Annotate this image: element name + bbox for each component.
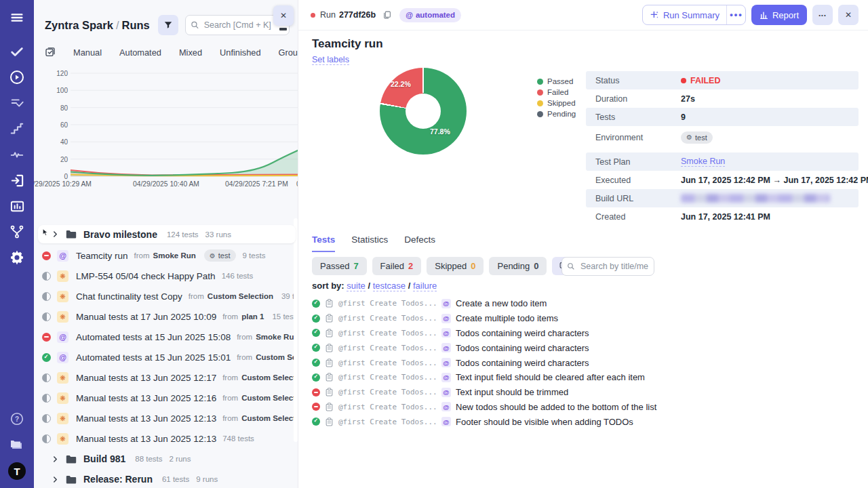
runs-filter-tabs: Manual Automated Mixed Unfinished Groups <box>34 41 298 64</box>
set-labels-link[interactable]: Set labels <box>312 55 349 65</box>
test-suite: @first Create Todos... <box>338 344 441 352</box>
test-row[interactable]: @first Create Todos... Create multiple t… <box>312 311 656 326</box>
test-plan-link[interactable]: Smoke Run <box>681 157 725 167</box>
filter-skipped-chip[interactable]: Skipped0 <box>427 257 484 275</box>
run-from-label: from <box>189 292 204 300</box>
automated-badge[interactable]: @automated <box>399 8 461 22</box>
tasks-check-icon[interactable] <box>9 43 25 60</box>
more-actions-button[interactable] <box>812 5 833 25</box>
filter-pending-chip[interactable]: Pending0 <box>489 257 547 275</box>
failed-status-icon <box>42 251 51 260</box>
reports-bar-chart-icon[interactable] <box>9 198 25 214</box>
run-row[interactable]: Teamcity run from Smoke Run test 9 tests <box>34 245 298 266</box>
run-row[interactable]: Manual tests at 17 Jun 2025 10:09 from p… <box>34 306 298 327</box>
branches-icon[interactable] <box>9 224 25 240</box>
tab-defects[interactable]: Defects <box>404 235 435 252</box>
run-row[interactable]: Automated tests at 15 Jun 2025 15:08 fro… <box>34 327 298 347</box>
run-summary-more-button[interactable]: ●●● <box>726 5 745 24</box>
legend-item-passed[interactable]: Passed <box>537 76 576 87</box>
report-button[interactable]: Report <box>751 5 807 25</box>
run-row[interactable]: LMP-554 05/04 check Happy Path 146 tests <box>34 266 298 286</box>
scrollbar-track[interactable] <box>294 218 298 442</box>
tab-manual[interactable]: Manual <box>73 47 102 58</box>
test-row[interactable]: @first Create Todos... Footer should be … <box>312 414 656 429</box>
projects-folders-icon[interactable] <box>9 436 25 453</box>
automated-run-icon <box>57 331 68 343</box>
tab-groups[interactable]: Groups <box>279 47 299 58</box>
logo-t[interactable]: T <box>8 462 26 480</box>
info-row-test-plan: Test Plan Smoke Run <box>586 152 859 171</box>
clipboard-icon <box>326 299 333 308</box>
clipboard-icon <box>326 373 333 382</box>
test-row[interactable]: @first Create Todos... Text input should… <box>312 385 656 400</box>
run-row[interactable]: Chat functinality test Copy from Custom … <box>34 286 298 306</box>
test-suite: @first Create Todos... <box>338 373 441 382</box>
info-row-duration: Duration 27s <box>586 89 859 108</box>
close-run-button[interactable] <box>838 5 859 25</box>
milestones-steps-icon[interactable] <box>9 121 25 137</box>
test-row[interactable]: @first Create Todos... Create a new todo… <box>312 296 656 311</box>
tab-tests[interactable]: Tests <box>312 235 335 252</box>
passed-status-icon <box>312 300 320 308</box>
legend-item-skipped[interactable]: Skipped <box>537 98 576 108</box>
menu-icon[interactable] <box>9 9 25 26</box>
group-row-release-rerun[interactable]: Release: Rerun 61 tests 9 runs <box>34 469 298 488</box>
test-plans-icon[interactable] <box>9 95 25 111</box>
analytics-pulse-icon[interactable] <box>9 146 25 163</box>
run-source: Custom Selection <box>208 292 273 300</box>
status-badge: FAILED <box>681 76 720 85</box>
run-row[interactable]: Manual tests at 13 Jun 2025 12:13 from C… <box>34 408 298 428</box>
runs-play-icon[interactable] <box>9 69 25 85</box>
legend-item-pending[interactable]: Pending <box>537 108 576 119</box>
passed-status-icon <box>312 329 320 337</box>
failed-status-icon <box>312 403 320 411</box>
funnel-icon <box>163 20 173 30</box>
tab-statistics[interactable]: Statistics <box>351 235 388 252</box>
settings-gear-icon[interactable] <box>9 249 25 266</box>
select-all-icon[interactable] <box>45 47 56 58</box>
group-runs-count: 33 runs <box>205 230 231 239</box>
run-row[interactable]: Manual tests at 13 Jun 2025 12:16 from C… <box>34 388 298 408</box>
legend-item-failed[interactable]: Failed <box>537 87 576 98</box>
import-signin-icon[interactable] <box>9 172 25 188</box>
test-row[interactable]: @first Create Todos... Todos containing … <box>312 326 656 341</box>
tab-automated[interactable]: Automated <box>119 47 161 58</box>
panel-close-button[interactable] <box>273 5 294 26</box>
tab-unfinished[interactable]: Unfinished <box>220 47 260 58</box>
automated-icon: @ <box>406 11 413 19</box>
chevron-right-icon[interactable] <box>52 455 59 463</box>
manual-run-icon <box>57 372 68 384</box>
filter-failed-chip[interactable]: Failed2 <box>372 257 422 275</box>
run-row[interactable]: Manual tests at 13 Jun 2025 12:13 748 te… <box>34 428 298 449</box>
run-source: Smoke Run <box>256 333 298 341</box>
automated-icon <box>441 299 451 308</box>
filter-button[interactable] <box>158 15 178 35</box>
group-row-bravo-milestone[interactable]: Bravo milestone 124 tests 33 runs <box>38 225 296 243</box>
run-summary-button[interactable]: Run Summary <box>643 5 726 24</box>
run-row[interactable]: Manual tests at 13 Jun 2025 12:17 from C… <box>34 367 298 388</box>
test-row[interactable]: @first Create Todos... Text input field … <box>312 370 656 385</box>
chevron-right-icon[interactable] <box>52 230 59 238</box>
group-row-build-981[interactable]: Build 981 88 tests 2 runs <box>34 449 298 469</box>
y-tick: 40 <box>39 138 68 146</box>
x-tick: 04/29/2025 7:21 PM <box>225 180 288 188</box>
test-row[interactable]: @first Create Todos... Todos containing … <box>312 355 656 370</box>
clipboard-icon <box>326 418 333 426</box>
x-axis-labels: 04/29/2025 10:29 AM 04/29/2025 10:40 AM … <box>39 180 298 190</box>
info-row-tests: Tests 9 <box>586 108 859 126</box>
filter-passed-chip[interactable]: Passed7 <box>312 257 367 275</box>
donut-legend: Passed Failed Skipped Pending <box>537 76 576 119</box>
run-row[interactable]: Automated tests at 15 Jun 2025 15:01 fro… <box>34 347 298 367</box>
sort-suite-link[interactable]: suite <box>347 281 365 291</box>
tab-mixed[interactable]: Mixed <box>179 47 202 58</box>
chevron-right-icon[interactable] <box>52 476 59 483</box>
test-row[interactable]: @first Create Todos... New todos should … <box>312 400 656 415</box>
help-icon[interactable]: ? <box>9 411 25 427</box>
sort-testcase-link[interactable]: testcase <box>373 281 406 291</box>
sort-failure-link[interactable]: failure <box>413 281 437 291</box>
copy-icon <box>382 10 391 20</box>
test-row[interactable]: @first Create Todos... Todos containing … <box>312 340 656 355</box>
clipboard-icon <box>326 344 333 352</box>
copy-run-id-button[interactable] <box>381 9 393 21</box>
tests-search-input[interactable] <box>561 257 654 276</box>
